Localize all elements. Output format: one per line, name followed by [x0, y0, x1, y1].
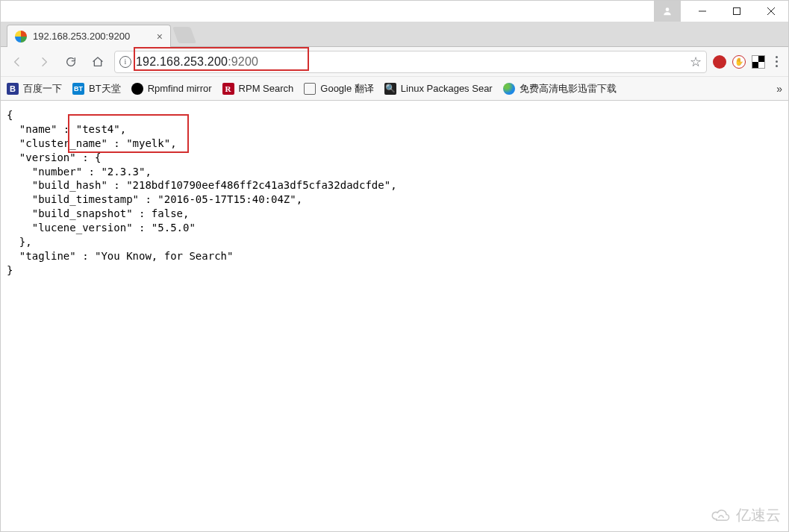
svg-rect-2: [734, 8, 740, 15]
bookmark-label: RPM Search: [239, 83, 294, 94]
bookmark-movies[interactable]: 免费高清电影迅雷下载: [503, 82, 617, 96]
tux-icon: [131, 83, 143, 95]
json-line: "number" : "2.3.3",: [7, 166, 152, 178]
bookmark-label: 百度一下: [23, 82, 62, 96]
tab-title: 192.168.253.200:9200: [33, 31, 130, 42]
bookmark-label: Rpmfind mirror: [148, 83, 212, 94]
bookmark-linux-packages[interactable]: 🔍Linux Packages Sear: [384, 83, 493, 95]
close-icon: [767, 7, 775, 15]
address-bar[interactable]: i 192.168.253.200:9200 ☆: [114, 51, 707, 73]
globe-icon: [503, 83, 515, 95]
cloud-icon: [711, 508, 732, 523]
bookmark-google-translate[interactable]: Google 翻译: [304, 82, 374, 96]
magnifier-icon: 🔍: [384, 83, 396, 95]
json-line: "lucene_version" : "5.5.0": [7, 222, 196, 234]
bookmark-label: 免费高清电影迅雷下载: [520, 82, 617, 96]
bookmark-star-button[interactable]: ☆: [690, 54, 702, 70]
watermark-text: 亿速云: [736, 505, 781, 525]
bookmark-baidu[interactable]: B百度一下: [7, 82, 62, 96]
watermark: 亿速云: [711, 505, 781, 525]
back-button[interactable]: [7, 51, 28, 72]
tab-strip: 192.168.253.200:9200 ×: [1, 22, 788, 47]
favicon-icon: [15, 31, 27, 43]
svg-point-0: [666, 7, 670, 11]
arrow-right-icon: [38, 56, 50, 68]
extension-noscript-icon[interactable]: ✋: [732, 55, 746, 69]
bookmarks-bar: B百度一下 BTBT天堂 Rpmfind mirror RRPM Search …: [1, 77, 788, 101]
minimize-icon: [699, 7, 706, 15]
json-line: "cluster_name" : "myelk",: [7, 137, 177, 149]
site-info-icon[interactable]: i: [119, 56, 131, 68]
window-titlebar: [1, 1, 788, 22]
json-line: "build_timestamp" : "2016-05-17T15:40:04…: [7, 193, 302, 205]
json-line: }: [7, 264, 13, 276]
json-line: "build_snapshot" : false,: [7, 207, 189, 219]
json-line: },: [7, 236, 32, 248]
browser-toolbar: i 192.168.253.200:9200 ☆ ✋: [1, 47, 788, 77]
bookmark-bt[interactable]: BTBT天堂: [72, 82, 121, 96]
new-tab-button[interactable]: [172, 27, 196, 43]
window-close-button[interactable]: [754, 1, 788, 22]
browser-tab[interactable]: 192.168.253.200:9200 ×: [7, 25, 171, 47]
bookmark-label: BT天堂: [89, 82, 121, 96]
reload-icon: [65, 56, 77, 68]
bookmark-rpmsearch[interactable]: RRPM Search: [222, 83, 294, 95]
url-text: 192.168.253.200:9200: [136, 55, 258, 69]
rpm-icon: R: [222, 83, 234, 95]
reload-button[interactable]: [60, 51, 81, 72]
window-maximize-button[interactable]: [720, 1, 754, 22]
forward-button[interactable]: [34, 51, 54, 72]
document-icon: [304, 83, 316, 95]
bookmarks-overflow-button[interactable]: »: [772, 83, 782, 95]
arrow-left-icon: [11, 56, 23, 68]
json-line: "tagline" : "You Know, for Search": [7, 250, 233, 262]
bookmark-label: Google 翻译: [320, 82, 374, 96]
bookmark-rpmfind[interactable]: Rpmfind mirror: [131, 83, 212, 95]
extension-flag-icon[interactable]: [752, 55, 765, 69]
home-icon: [92, 56, 104, 68]
maximize-icon: [733, 7, 740, 15]
url-port: :9200: [228, 55, 258, 68]
bt-icon: BT: [72, 83, 84, 95]
json-line: "name" : "test4",: [7, 123, 126, 135]
window-minimize-button[interactable]: [685, 1, 720, 22]
json-line: "build_hash" : "218bdf10790eef486ff2c41a…: [7, 179, 397, 191]
json-line: {: [7, 109, 13, 121]
paw-icon: B: [7, 83, 19, 95]
tab-close-button[interactable]: ×: [157, 31, 163, 43]
user-profile-button[interactable]: [654, 1, 681, 22]
browser-menu-button[interactable]: [771, 53, 782, 70]
home-button[interactable]: [87, 51, 108, 72]
url-host: 192.168.253.200: [136, 55, 228, 68]
extension-icon-1[interactable]: [713, 55, 726, 69]
page-content: { "name" : "test4", "cluster_name" : "my…: [1, 101, 788, 285]
json-line: "version" : {: [7, 151, 101, 163]
person-icon: [662, 6, 673, 16]
bookmark-label: Linux Packages Sear: [401, 83, 493, 94]
